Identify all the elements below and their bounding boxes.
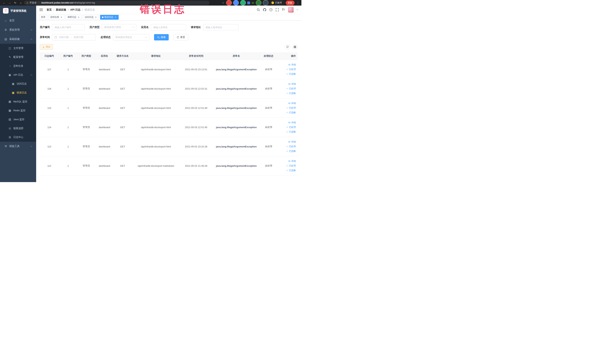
avatar[interactable]	[288, 7, 294, 13]
user-type-select[interactable]: 请选择用户类型	[102, 24, 136, 30]
chevron-up-icon	[31, 74, 33, 76]
paused-badge[interactable]: 已暂停	[270, 1, 284, 5]
process-status-select[interactable]: 请选择处理状态	[113, 34, 149, 40]
sidebar-item-access-log[interactable]: ▣访问日志	[0, 79, 36, 88]
forward-icon[interactable]: →	[7, 1, 12, 4]
tab-error-log[interactable]: 错误日志×	[100, 15, 119, 20]
action-processed[interactable]: 已处理	[277, 86, 296, 91]
cell-actions: 详细已处理已忽略	[276, 117, 298, 137]
action-detail[interactable]: 详细	[277, 82, 296, 86]
bookmark-star-icon[interactable]: ☆	[222, 1, 224, 4]
breadcrumb-item[interactable]: 错误日志	[84, 8, 95, 12]
sidebar-item-label: Java 监控	[13, 118, 24, 121]
action-processed[interactable]: 已处理	[277, 125, 296, 130]
request-url-input[interactable]	[203, 24, 238, 30]
action-detail[interactable]: 详细	[277, 101, 296, 106]
check-icon	[286, 72, 288, 76]
sidebar-item-log-center[interactable]: ⊞日志中心	[0, 133, 36, 142]
action-detail[interactable]: 详细	[277, 159, 296, 164]
filter-row-1: 用户编号 用户类型 请选择用户类型 应用名 请求地址	[40, 24, 298, 30]
close-icon[interactable]: ×	[60, 16, 63, 19]
extension-icon-blue-grid[interactable]	[247, 1, 250, 4]
reset-button[interactable]: 重置	[174, 34, 188, 40]
action-label: 详细	[291, 82, 296, 86]
extension-icon-blue-drop[interactable]	[233, 0, 239, 6]
font-size-icon[interactable]: TT	[282, 8, 285, 11]
cell-id: 113	[40, 137, 59, 156]
sidebar-item-java[interactable]: ▨Java 监控	[0, 115, 36, 124]
sidebar-item-redis[interactable]: ▩Redis 监控	[0, 106, 36, 115]
sidebar-item-file[interactable]: ◫文件管理	[0, 44, 36, 53]
tab-job-log[interactable]: 调度日志×	[66, 15, 82, 20]
address-bar[interactable]: ⚠ 不安全 | dashboard.yudao.iocoder.cn/infra…	[24, 1, 209, 5]
close-icon[interactable]: ×	[114, 16, 117, 19]
tab-home[interactable]: 首页	[39, 15, 47, 20]
breadcrumb-item[interactable]: 首页	[46, 8, 52, 12]
eye-icon	[288, 64, 290, 65]
extension-icon-on-badge[interactable]: on	[252, 1, 254, 4]
refresh-button[interactable]	[285, 44, 290, 50]
sidebar-item-mysql[interactable]: ▦MySQL 监控	[0, 97, 36, 106]
action-processed[interactable]: 已处理	[277, 144, 296, 149]
eye-icon	[288, 103, 290, 104]
update-button[interactable]: 更新	[286, 0, 295, 5]
sidebar-item-system[interactable]: ⚙系统管理	[0, 25, 36, 35]
column-settings-button[interactable]	[292, 44, 298, 50]
back-icon[interactable]: ←	[2, 1, 6, 4]
browser-home-icon[interactable]: ⌂	[19, 1, 23, 4]
extension-icon-green-check[interactable]	[240, 0, 246, 6]
tab-job[interactable]: 定时任务×	[48, 15, 65, 20]
sidebar-item-config[interactable]: ✎配置管理	[0, 53, 36, 61]
action-ignored[interactable]: 已忽略	[277, 130, 296, 134]
chevron-down-icon[interactable]	[297, 9, 299, 10]
table-body: 1171管理员dashboardGET/api/infra/db-doc/exp…	[40, 60, 298, 176]
extension-icon-pin[interactable]	[263, 0, 268, 6]
close-icon[interactable]: ×	[77, 16, 80, 19]
sidebar-item-api-log[interactable]: ▣API 日志	[0, 70, 36, 79]
export-button[interactable]: 导出	[40, 44, 53, 50]
help-icon[interactable]: ?	[269, 8, 272, 11]
search-button[interactable]: 搜索	[154, 34, 169, 40]
breadcrumb-item[interactable]: API 日志	[70, 8, 81, 12]
sidebar-item-devtools[interactable]: ⚒研发工具	[0, 142, 36, 151]
log-center-icon: ⊞	[8, 136, 12, 139]
search-icon[interactable]	[257, 8, 260, 11]
breadcrumb-item[interactable]: 基础设施	[56, 8, 66, 12]
close-icon[interactable]: ×	[94, 16, 97, 19]
action-label: 已处理	[289, 125, 296, 130]
action-processed[interactable]: 已处理	[277, 67, 296, 72]
search-icon	[157, 36, 160, 39]
action-detail[interactable]: 详细	[277, 140, 296, 144]
extension-icon-leaf[interactable]	[256, 0, 261, 6]
sidebar-item-error-log[interactable]: ▣错误日志	[0, 88, 36, 97]
sidebar-item-job[interactable]: ◔定时任务	[0, 61, 36, 70]
action-detail[interactable]: 详细	[277, 62, 296, 67]
sidebar-item-trace[interactable]: ◎链路追踪	[0, 124, 36, 133]
tab-access-log[interactable]: 访问日志×	[83, 15, 99, 20]
sidebar-item-home[interactable]: ⌂首页	[0, 16, 36, 25]
browser-menu-icon[interactable]: ⋮	[296, 1, 300, 4]
action-ignored[interactable]: 已忽略	[277, 149, 296, 153]
github-icon[interactable]	[263, 8, 266, 11]
app-name-input[interactable]	[151, 24, 186, 30]
action-ignored[interactable]: 已忽略	[277, 72, 296, 76]
exception-time-range[interactable]: 开始日期 – 结束日期	[52, 34, 96, 40]
action-detail[interactable]: 详细	[277, 120, 296, 125]
action-ignored[interactable]: 已忽略	[277, 168, 296, 173]
sidebar-item-infra[interactable]: ▤基础设施	[0, 35, 36, 44]
app-logo[interactable]: 芋道管理系统	[0, 6, 36, 16]
user-id-label: 用户编号	[40, 26, 50, 29]
action-ignored[interactable]: 已忽略	[277, 110, 296, 115]
action-processed[interactable]: 已处理	[277, 164, 296, 168]
main-area: 首页/基础设施/API 日志/错误日志 ? TT 首页定时任务×调度日志×访问日…	[36, 6, 302, 182]
user-id-input[interactable]	[52, 24, 85, 30]
reload-icon[interactable]: ↻	[13, 1, 17, 4]
fullscreen-icon[interactable]	[276, 8, 279, 11]
tab-label: 错误日志	[104, 16, 113, 19]
hamburger-icon[interactable]	[39, 9, 43, 11]
action-ignored[interactable]: 已忽略	[277, 91, 296, 96]
action-label: 已忽略	[289, 110, 296, 115]
cell-status: 未处理	[261, 156, 276, 176]
action-processed[interactable]: 已处理	[277, 106, 296, 110]
extension-icon-red[interactable]	[226, 0, 232, 6]
